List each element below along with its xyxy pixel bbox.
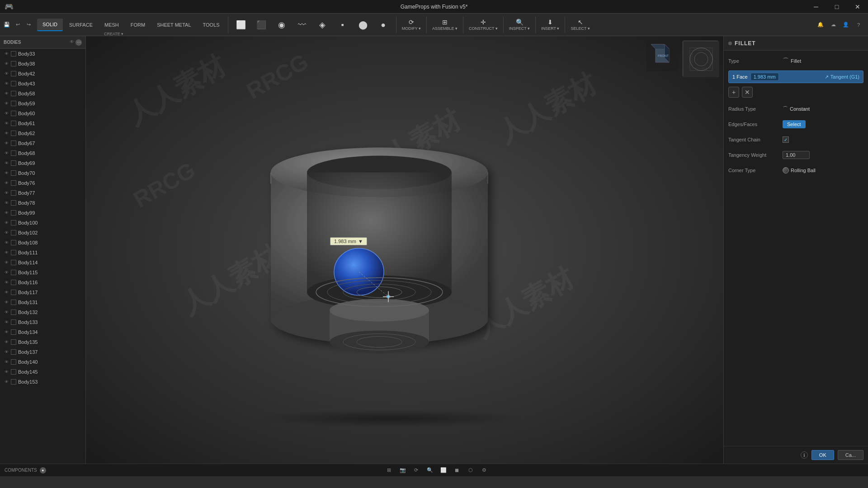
body-list-item[interactable]: 👁 Body77 bbox=[0, 188, 85, 198]
body-checkbox[interactable] bbox=[11, 121, 16, 126]
body-list-item[interactable]: 👁 Body114 bbox=[0, 258, 85, 267]
box-btn[interactable]: ▪ bbox=[333, 19, 353, 30]
body-checkbox[interactable] bbox=[11, 270, 16, 275]
body-checkbox[interactable] bbox=[11, 379, 16, 385]
body-list-item[interactable]: 👁 Body115 bbox=[0, 267, 85, 277]
body-list-item[interactable]: 👁 Body132 bbox=[0, 307, 85, 317]
body-checkbox[interactable] bbox=[11, 180, 16, 186]
body-list-item[interactable]: 👁 Body134 bbox=[0, 327, 85, 337]
body-checkbox[interactable] bbox=[11, 280, 16, 285]
visual-style-btn[interactable]: ◼ bbox=[452, 465, 462, 475]
body-list-item[interactable]: 👁 Body135 bbox=[0, 337, 85, 347]
body-checkbox[interactable] bbox=[11, 210, 16, 216]
body-list-item[interactable]: 👁 Body67 bbox=[0, 138, 85, 148]
revolve-btn[interactable]: ◉ bbox=[272, 19, 292, 30]
body-checkbox[interactable] bbox=[11, 319, 16, 325]
eye-visibility[interactable]: 👁 bbox=[4, 51, 9, 56]
create-new-btn[interactable]: ⬜ bbox=[231, 19, 251, 30]
eye-visibility[interactable]: 👁 bbox=[4, 150, 9, 156]
cloud-icon[interactable]: ☁ bbox=[828, 20, 838, 30]
tab-form[interactable]: FORM bbox=[125, 19, 151, 31]
body-checkbox[interactable] bbox=[11, 200, 16, 206]
body-list-item[interactable]: 👁 Body140 bbox=[0, 357, 85, 367]
body-list-item[interactable]: 👁 Body76 bbox=[0, 178, 85, 188]
body-checkbox[interactable] bbox=[11, 230, 16, 235]
body-list-item[interactable]: 👁 Body131 bbox=[0, 297, 85, 307]
info-icon[interactable]: ℹ bbox=[801, 451, 808, 459]
eye-visibility[interactable]: 👁 bbox=[4, 190, 9, 196]
body-list-item[interactable]: 👁 Body116 bbox=[0, 277, 85, 287]
minimize-btn[interactable]: ─ bbox=[806, 0, 826, 14]
cancel-btn[interactable]: Ca... bbox=[838, 450, 863, 460]
body-list-item[interactable]: 👁 Body43 bbox=[0, 79, 85, 89]
maximize-btn[interactable]: □ bbox=[826, 0, 847, 14]
eye-visibility[interactable]: 👁 bbox=[4, 170, 9, 176]
loft-btn[interactable]: ◈ bbox=[312, 19, 332, 30]
body-checkbox[interactable] bbox=[11, 101, 16, 106]
body-checkbox[interactable] bbox=[11, 310, 16, 315]
eye-visibility[interactable]: 👁 bbox=[4, 290, 9, 295]
eye-visibility[interactable]: 👁 bbox=[4, 160, 9, 166]
body-list-item[interactable]: 👁 Body111 bbox=[0, 248, 85, 258]
eye-visibility[interactable]: 👁 bbox=[4, 131, 9, 136]
body-checkbox[interactable] bbox=[11, 359, 16, 365]
face-selection-row[interactable]: 1 Face 1.983 mm ↗ Tangent (G1) bbox=[728, 70, 863, 83]
body-checkbox[interactable] bbox=[11, 369, 16, 375]
body-checkbox[interactable] bbox=[11, 131, 16, 136]
body-list-item[interactable]: 👁 Body137 bbox=[0, 347, 85, 357]
eye-visibility[interactable]: 👁 bbox=[4, 300, 9, 305]
eye-visibility[interactable]: 👁 bbox=[4, 260, 9, 265]
undo-icon[interactable]: ↩ bbox=[13, 20, 23, 30]
save-icon[interactable]: 💾 bbox=[2, 20, 12, 30]
nav-cube[interactable]: FRONT bbox=[646, 40, 678, 72]
body-list-item[interactable]: 👁 Body153 bbox=[0, 377, 85, 387]
body-list-item[interactable]: 👁 Body70 bbox=[0, 168, 85, 178]
body-list-item[interactable]: 👁 Body100 bbox=[0, 218, 85, 228]
body-checkbox[interactable] bbox=[11, 349, 16, 355]
body-checkbox[interactable] bbox=[11, 250, 16, 255]
body-checkbox[interactable] bbox=[11, 51, 16, 56]
body-checkbox[interactable] bbox=[11, 329, 16, 335]
settings-btn[interactable]: ⚙ bbox=[479, 465, 490, 475]
grid-btn[interactable]: ⊞ bbox=[384, 465, 395, 475]
component-options[interactable]: ● bbox=[40, 467, 46, 474]
eye-visibility[interactable]: 👁 bbox=[4, 250, 9, 255]
body-list-item[interactable]: 👁 Body58 bbox=[0, 89, 85, 99]
body-checkbox[interactable] bbox=[11, 160, 16, 166]
body-checkbox[interactable] bbox=[11, 190, 16, 196]
body-list-item[interactable]: 👁 Body61 bbox=[0, 118, 85, 128]
body-list-item[interactable]: 👁 Body42 bbox=[0, 69, 85, 79]
body-checkbox[interactable] bbox=[11, 91, 16, 96]
body-list-item[interactable]: 👁 Body78 bbox=[0, 198, 85, 208]
eye-visibility[interactable]: 👁 bbox=[4, 379, 9, 385]
eye-visibility[interactable]: 👁 bbox=[4, 111, 9, 116]
body-list-item[interactable]: 👁 Body102 bbox=[0, 228, 85, 238]
body-checkbox[interactable] bbox=[11, 71, 16, 76]
body-list-item[interactable]: 👁 Body99 bbox=[0, 208, 85, 218]
body-checkbox[interactable] bbox=[11, 220, 16, 225]
eye-visibility[interactable]: 👁 bbox=[4, 319, 9, 325]
body-checkbox[interactable] bbox=[11, 300, 16, 305]
body-checkbox[interactable] bbox=[11, 290, 16, 295]
close-btn[interactable]: ✕ bbox=[847, 0, 868, 14]
eye-visibility[interactable]: 👁 bbox=[4, 220, 9, 225]
visibility-toggle[interactable]: 👁 bbox=[69, 39, 75, 45]
body-checkbox[interactable] bbox=[11, 61, 16, 66]
body-checkbox[interactable] bbox=[11, 81, 16, 86]
eye-visibility[interactable]: 👁 bbox=[4, 121, 9, 126]
tab-solid[interactable]: SOLID bbox=[37, 19, 63, 31]
tangent-chain-checkbox[interactable]: ✓ bbox=[783, 136, 789, 143]
display-mode-btn[interactable]: ⬜ bbox=[438, 465, 449, 475]
eye-visibility[interactable]: 👁 bbox=[4, 91, 9, 96]
body-checkbox[interactable] bbox=[11, 240, 16, 245]
select-btn[interactable]: ↖ SELECT ▾ bbox=[568, 18, 592, 32]
body-checkbox[interactable] bbox=[11, 141, 16, 146]
tab-sheet-metal[interactable]: SHEET METAL bbox=[151, 19, 196, 31]
3d-viewport[interactable]: 人人素材 RRCG 人人素材 RRCG 人人素材 RRCG 人人素材 RRCG … bbox=[86, 36, 723, 464]
orbit-btn[interactable]: ⟳ bbox=[411, 465, 422, 475]
remove-face-btn[interactable]: ✕ bbox=[742, 87, 753, 98]
tangency-weight-input[interactable]: 1.00 bbox=[783, 151, 810, 159]
zoom-btn[interactable]: 🔍 bbox=[425, 465, 435, 475]
eye-visibility[interactable]: 👁 bbox=[4, 369, 9, 375]
camera-btn[interactable]: 📷 bbox=[397, 465, 408, 475]
